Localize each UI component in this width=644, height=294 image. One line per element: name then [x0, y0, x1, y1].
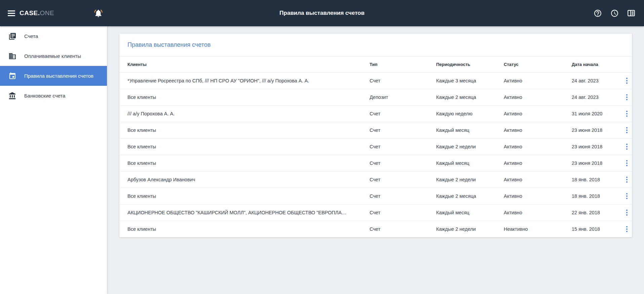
cell-actions	[621, 72, 632, 89]
billing-rules-card: Правила выставления счетов Клиенты Тип П…	[119, 34, 632, 237]
cell-start-date-link[interactable]: 18 янв. 2018	[572, 188, 621, 204]
help-button[interactable]	[592, 7, 604, 19]
main-content: Правила выставления счетов Клиенты Тип П…	[107, 26, 644, 294]
kebab-icon	[626, 210, 628, 211]
cell-start-date-link[interactable]: 23 июня 2018	[572, 155, 621, 171]
cell-clients: /// а/у Порохова А. А.	[119, 105, 370, 122]
cell-period: Каждые 2 недели	[436, 171, 504, 188]
cell-period: Каждый месяц	[436, 155, 504, 171]
sidebar-item-billing-rules[interactable]: Правила выставления счетов	[0, 66, 107, 86]
table-row: Все клиенты Счет Каждый месяц Активно 23…	[119, 155, 632, 171]
cell-status: Активно	[504, 138, 572, 155]
cell-period: Каждые 2 недели	[436, 138, 504, 155]
cell-actions	[621, 188, 632, 204]
cell-status: Неактивно	[504, 221, 572, 237]
cell-type: Счет	[370, 122, 436, 138]
cell-period: Каждый месяц	[436, 122, 504, 138]
menu-icon	[8, 10, 15, 11]
table-row: АКЦИОНЕРНОЕ ОБЩЕСТВО "КАШИРСКИЙ МОЛЛ", А…	[119, 204, 632, 221]
cell-period: Каждые 2 месяца	[436, 188, 504, 204]
cell-type: Счет	[370, 171, 436, 188]
side-panel-button[interactable]	[625, 7, 637, 19]
cell-actions	[621, 204, 632, 221]
menu-button[interactable]	[0, 0, 17, 26]
kebab-icon	[626, 160, 628, 161]
cell-start-date-link[interactable]: 23 июня 2018	[572, 138, 621, 155]
kebab-icon	[626, 144, 628, 145]
col-header-period: Периодичность	[436, 57, 504, 72]
col-header-status: Статус	[504, 57, 572, 72]
table-row: *Управление Росреестра по СПб, /// НП СР…	[119, 72, 632, 89]
notifications-bell-icon	[94, 9, 103, 18]
cell-status: Активно	[504, 155, 572, 171]
cell-clients: Все клиенты	[119, 155, 370, 171]
row-actions-button[interactable]	[623, 142, 630, 152]
sidebar-item-label: Счета	[24, 33, 38, 39]
row-actions-button[interactable]	[623, 76, 630, 86]
table-header-row: Клиенты Тип Периодичность Статус Дата на…	[119, 57, 632, 72]
cell-actions	[621, 105, 632, 122]
cell-start-date-link[interactable]: 24 авг. 2023	[572, 72, 621, 89]
cell-actions	[621, 89, 632, 105]
history-button[interactable]	[608, 7, 620, 19]
table-row: Все клиенты Счет Каждый месяц Активно 23…	[119, 122, 632, 138]
kebab-icon	[626, 177, 628, 178]
row-actions-button[interactable]	[623, 92, 630, 102]
cell-status: Активно	[504, 89, 572, 105]
row-actions-button[interactable]	[623, 175, 630, 185]
table-row: Арбузов Александр Иванович Счет Каждые 2…	[119, 171, 632, 188]
col-header-actions	[621, 57, 632, 72]
row-actions-button[interactable]	[623, 224, 630, 234]
cell-status: Активно	[504, 188, 572, 204]
cell-actions	[621, 122, 632, 138]
cell-status: Активно	[504, 122, 572, 138]
kebab-icon	[626, 94, 628, 96]
app-logo: CASE.ONE	[20, 9, 54, 17]
notifications-button[interactable]	[94, 0, 103, 26]
bank-icon	[8, 91, 17, 100]
invoices-icon	[8, 32, 17, 41]
row-actions-button[interactable]	[623, 109, 630, 119]
building-icon	[8, 52, 17, 61]
cell-status: Активно	[504, 171, 572, 188]
cell-clients: *Управление Росреестра по СПб, /// НП СР…	[119, 72, 370, 89]
kebab-icon	[626, 127, 628, 128]
history-clock-icon	[610, 9, 619, 17]
cell-period: Каждые 3 месяца	[436, 72, 504, 89]
sidebar-item-paying-clients[interactable]: Оплачиваемые клиенты	[0, 46, 107, 66]
side-panel-icon	[627, 9, 636, 17]
cell-start-date-link[interactable]: 23 июня 2018	[572, 122, 621, 138]
kebab-icon	[626, 193, 628, 194]
cell-type: Счет	[370, 105, 436, 122]
sidebar-item-label: Оплачиваемые клиенты	[24, 53, 81, 59]
cell-period: Каждую неделю	[436, 105, 504, 122]
cell-start-date-link[interactable]: 18 янв. 2018	[572, 171, 621, 188]
sidebar-nav: Счета Оплачиваемые клиенты Правила выста…	[0, 26, 107, 294]
cell-start-date-link[interactable]: 22 янв. 2018	[572, 204, 621, 221]
cell-clients: Все клиенты	[119, 89, 370, 105]
cell-start-date-link[interactable]: 15 янв. 2018	[572, 221, 621, 237]
row-actions-button[interactable]	[623, 191, 630, 201]
cell-actions	[621, 171, 632, 188]
cell-type: Счет	[370, 155, 436, 171]
cell-clients: Все клиенты	[119, 221, 370, 237]
cell-clients: Все клиенты	[119, 138, 370, 155]
table-row: Все клиенты Счет Каждые 2 недели Активно…	[119, 138, 632, 155]
calendar-icon	[8, 72, 17, 80]
row-actions-button[interactable]	[623, 158, 630, 168]
cell-start-date-link[interactable]: 31 июля 2020	[572, 105, 621, 122]
row-actions-button[interactable]	[623, 125, 630, 135]
kebab-icon	[626, 226, 628, 227]
billing-rules-table: Клиенты Тип Периодичность Статус Дата на…	[119, 57, 632, 237]
topbar: CASE.ONE Правила выставления счетов	[0, 0, 644, 26]
cell-start-date-link[interactable]: 24 авг. 2023	[572, 89, 621, 105]
cell-clients: АКЦИОНЕРНОЕ ОБЩЕСТВО "КАШИРСКИЙ МОЛЛ", А…	[119, 204, 370, 221]
help-icon	[594, 9, 602, 17]
card-title: Правила выставления счетов	[119, 34, 632, 57]
cell-clients: Арбузов Александр Иванович	[119, 171, 370, 188]
sidebar-item-bank-accounts[interactable]: Банковские счета	[0, 86, 107, 106]
row-actions-button[interactable]	[623, 208, 630, 218]
cell-period: Каждые 2 месяца	[436, 89, 504, 105]
sidebar-item-invoices[interactable]: Счета	[0, 26, 107, 46]
table-row: Все клиенты Счет Каждые 2 месяца Активно…	[119, 188, 632, 204]
